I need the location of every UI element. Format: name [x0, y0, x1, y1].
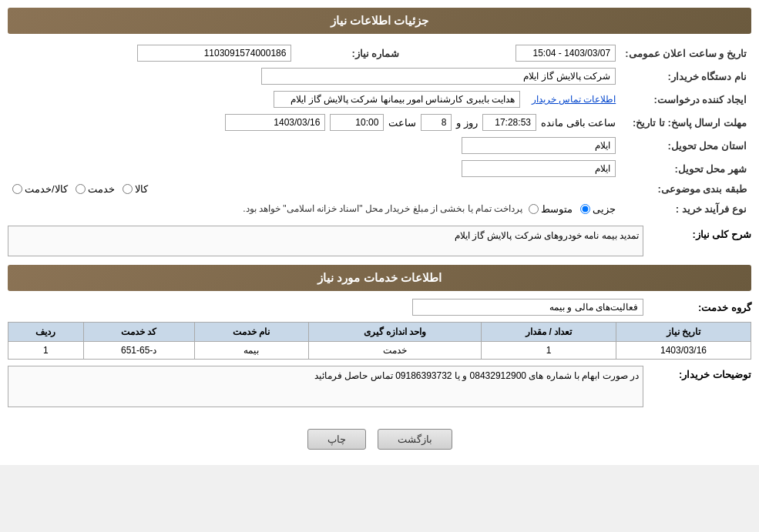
cell-quantity: 1 — [482, 342, 616, 360]
category-kala-radio[interactable] — [123, 184, 133, 194]
buyer-org-label: نام دستگاه خریدار: — [620, 65, 751, 88]
page-title: جزئیات اطلاعات نیاز — [8, 8, 751, 34]
category-khadamat-radio[interactable] — [76, 184, 86, 194]
requester-input — [274, 91, 520, 108]
services-table: تاریخ نیاز تعداد / مقدار واحد اندازه گیر… — [8, 322, 751, 360]
cell-service-code: د-65-651 — [83, 342, 194, 360]
response-time-input — [330, 114, 384, 131]
print-button[interactable]: چاپ — [307, 429, 366, 450]
cell-unit: خدمت — [309, 342, 482, 360]
category-kala-khadamat-label: کالا/خدمت — [25, 183, 68, 195]
delivery-city-input — [462, 160, 616, 177]
col-quantity: تعداد / مقدار — [482, 323, 616, 342]
col-date: تاریخ نیاز — [616, 323, 751, 342]
footer-buttons: بازگشت چاپ — [8, 421, 751, 457]
col-unit: واحد اندازه گیری — [309, 323, 482, 342]
delivery-province-input — [462, 137, 616, 154]
cell-row-num: 1 — [8, 342, 84, 360]
requester-label: ایجاد کننده درخواست: — [620, 88, 751, 111]
col-service-name: نام خدمت — [194, 323, 308, 342]
category-kala-label: کالا — [135, 183, 148, 195]
response-days-input — [421, 114, 452, 131]
purchase-jozii-radio[interactable] — [580, 204, 590, 214]
category-khadamat-label: خدمت — [88, 183, 115, 195]
category-label: طبقه بندی موضوعی: — [620, 180, 751, 198]
response-days-label: روز و — [456, 117, 478, 129]
table-row: 1403/03/16 1 خدمت بیمه د-65-651 1 — [8, 342, 751, 360]
service-group-input — [412, 299, 643, 316]
response-time-label: ساعت — [388, 117, 416, 129]
announce-date-input[interactable] — [516, 45, 616, 62]
back-button[interactable]: بازگشت — [378, 429, 452, 450]
service-group-label: گروه خدمت: — [643, 302, 751, 313]
buyer-notes-label: توضیحات خریدار: — [643, 366, 751, 380]
general-desc-label: شرح کلی نیاز: — [643, 226, 751, 240]
need-number-label: شماره نیاز: — [296, 42, 404, 65]
buyer-notes-textarea[interactable]: در صورت ابهام با شماره های 08432912900 و… — [8, 366, 643, 407]
delivery-city-label: شهر محل تحویل: — [620, 157, 751, 180]
response-date-input — [225, 114, 325, 131]
purchase-motavasset-radio[interactable] — [529, 204, 539, 214]
remaining-time-input — [482, 114, 536, 131]
contact-link[interactable]: اطلاعات تماس خریدار — [532, 94, 616, 105]
general-desc-textarea[interactable]: تمدید بیمه نامه خودروهای شرکت پالایش گاز… — [8, 226, 643, 256]
announce-date-label: تاریخ و ساعت اعلان عمومی: — [620, 42, 751, 65]
purchase-note: پرداخت تمام یا بخشی از مبلغ خریدار محل "… — [243, 201, 522, 216]
purchase-jozii-label: جزیی — [593, 203, 616, 215]
cell-date: 1403/03/16 — [616, 342, 751, 360]
col-row-num: ردیف — [8, 323, 84, 342]
cell-service-name: بیمه — [194, 342, 308, 360]
response-deadline-label: مهلت ارسال پاسخ: تا تاریخ: — [620, 111, 751, 134]
need-number-input[interactable] — [137, 45, 291, 62]
delivery-province-label: استان محل تحویل: — [620, 134, 751, 157]
purchase-motavasset-label: متوسط — [541, 203, 573, 215]
category-kala-khadamat-radio[interactable] — [12, 184, 22, 194]
col-service-code: کد خدمت — [83, 323, 194, 342]
remaining-time-label: ساعت باقی مانده — [541, 117, 616, 129]
buyer-org-input[interactable] — [261, 68, 616, 85]
purchase-type-label: نوع فرآیند خرید : — [620, 198, 751, 219]
services-section-title: اطلاعات خدمات مورد نیاز — [8, 265, 751, 291]
